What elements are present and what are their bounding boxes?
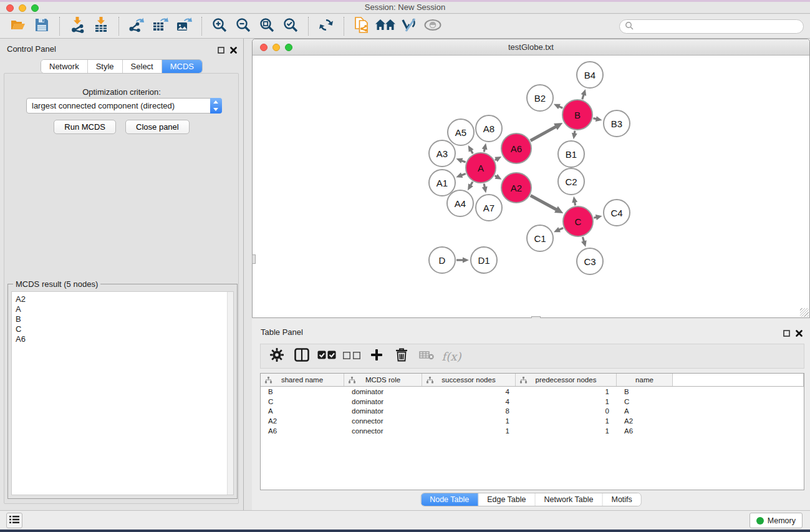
table-cell[interactable]: dominator	[344, 407, 422, 415]
import-table-button[interactable]	[89, 16, 113, 36]
export-table-button[interactable]	[148, 16, 172, 36]
zoom-fit-button[interactable]	[255, 16, 279, 36]
run-mcds-button[interactable]: Run MCDS	[54, 120, 116, 134]
search-input[interactable]	[637, 22, 803, 31]
column-header-successor-nodes[interactable]: successor nodes	[422, 374, 516, 386]
graph-node-A[interactable]: A	[465, 152, 496, 183]
table-row[interactable]: Adominator80A	[261, 407, 804, 417]
select-all-button[interactable]	[314, 346, 339, 367]
table-cell[interactable]: C	[617, 398, 673, 405]
memory-button[interactable]: Memory	[750, 513, 803, 528]
table-cell[interactable]: connector	[344, 427, 422, 435]
toggle-column-view-button[interactable]	[289, 346, 314, 367]
zoom-selected-button[interactable]	[279, 16, 302, 36]
tab-style[interactable]: Style	[88, 60, 123, 73]
export-network-button[interactable]	[125, 16, 148, 36]
graph-edge[interactable]	[531, 126, 557, 140]
graph-node-A8[interactable]: A8	[475, 115, 503, 142]
column-header-name[interactable]: name	[617, 374, 673, 386]
graph-node-C2[interactable]: C2	[557, 168, 585, 195]
column-header-shared-name[interactable]: shared name	[261, 374, 344, 386]
import-network-button[interactable]	[65, 16, 89, 36]
hide-graphics-details-button[interactable]	[397, 16, 421, 36]
table-cell[interactable]: A2	[261, 417, 344, 425]
table-cell[interactable]: B	[617, 388, 673, 395]
graph-node-B2[interactable]: B2	[526, 84, 554, 112]
node-table[interactable]: shared name MCDS role successor nodes pr…	[260, 373, 804, 490]
table-row[interactable]: Bdominator41B	[261, 387, 804, 397]
table-cell[interactable]: A2	[617, 417, 673, 425]
graph-node-B3[interactable]: B3	[603, 110, 630, 137]
graph-node-B1[interactable]: B1	[557, 140, 585, 168]
left-edge-grip[interactable]	[252, 254, 256, 264]
criterion-select[interactable]: largest connected component (directed)	[26, 98, 222, 114]
graph-node-A5[interactable]: A5	[447, 118, 475, 146]
table-cell[interactable]: 1	[516, 398, 617, 405]
zoom-out-button[interactable]	[231, 16, 255, 36]
tab-motifs[interactable]: Motifs	[602, 493, 640, 506]
delete-column-button[interactable]	[414, 346, 439, 367]
mcds-result-list[interactable]: A2ABCA6	[11, 291, 234, 495]
table-row[interactable]: A2connector11A2	[261, 416, 804, 426]
graph-node-A3[interactable]: A3	[428, 140, 456, 167]
close-panel-button[interactable]: Close panel	[125, 120, 190, 134]
float-panel-icon[interactable]	[218, 45, 224, 56]
graph-node-C4[interactable]: C4	[603, 199, 630, 226]
tab-node-table[interactable]: Node Table	[421, 493, 478, 506]
table-cell[interactable]: A6	[261, 427, 344, 435]
table-cell[interactable]: 0	[516, 407, 617, 415]
home-button[interactable]	[374, 16, 397, 36]
search-field[interactable]	[619, 19, 804, 34]
table-cell[interactable]: C	[261, 398, 344, 405]
graph-node-C3[interactable]: C3	[576, 248, 604, 275]
graph-node-A4[interactable]: A4	[446, 190, 474, 217]
table-cell[interactable]: 1	[422, 417, 516, 425]
table-body[interactable]: Bdominator41BCdominator41CAdominator80AA…	[261, 387, 804, 436]
table-cell[interactable]: dominator	[344, 398, 422, 405]
graph-node-D[interactable]: D	[428, 246, 456, 274]
zoom-in-button[interactable]	[208, 16, 231, 36]
network-canvas[interactable]: B4B2BB3B1A5A8A6A3AA1C2A4A7A2C4CC1C3DD1	[253, 56, 809, 317]
deselect-all-button[interactable]	[339, 346, 364, 367]
column-header-mcds-role[interactable]: MCDS role	[344, 374, 422, 386]
add-column-button[interactable]	[364, 346, 389, 367]
graph-edge[interactable]	[531, 195, 557, 210]
table-cell[interactable]: 4	[422, 398, 516, 405]
graph-node-A7[interactable]: A7	[475, 194, 503, 221]
table-cell[interactable]: A	[617, 407, 673, 415]
table-cell[interactable]: connector	[344, 417, 422, 425]
table-cell[interactable]: A6	[617, 427, 673, 435]
refresh-button[interactable]	[314, 16, 338, 36]
graph-node-C1[interactable]: C1	[526, 225, 554, 252]
table-cell[interactable]: 4	[422, 388, 516, 395]
close-panel-icon[interactable]	[230, 45, 237, 56]
delete-button[interactable]	[389, 346, 414, 367]
save-session-button[interactable]	[30, 16, 54, 36]
tab-select[interactable]: Select	[123, 60, 162, 73]
float-panel-icon[interactable]	[783, 328, 790, 339]
open-folder-button[interactable]	[6, 16, 30, 36]
table-cell[interactable]: B	[261, 388, 344, 395]
graph-node-B[interactable]: B	[562, 99, 593, 130]
network-window-titlebar[interactable]: testGlobe.txt	[253, 39, 809, 56]
mcds-result-item[interactable]: A6	[16, 334, 233, 344]
resize-corner-grip[interactable]	[800, 308, 809, 317]
graph-node-B4[interactable]: B4	[576, 61, 604, 89]
graph-node-A2[interactable]: A2	[501, 172, 532, 203]
table-cell[interactable]: 1	[516, 417, 617, 425]
mcds-result-item[interactable]: A2	[16, 294, 233, 304]
table-cell[interactable]: 1	[516, 427, 617, 435]
mcds-result-item[interactable]: C	[16, 324, 233, 334]
tab-network[interactable]: Network	[41, 60, 88, 73]
graph-node-C[interactable]: C	[562, 206, 594, 237]
tab-mcds[interactable]: MCDS	[162, 60, 202, 73]
mcds-result-item[interactable]: A	[16, 304, 233, 314]
export-image-button[interactable]	[172, 16, 196, 36]
table-cell[interactable]: 1	[516, 388, 617, 395]
close-panel-icon[interactable]	[796, 328, 803, 339]
graph-node-D1[interactable]: D1	[470, 246, 498, 274]
open-session-file-button[interactable]	[350, 16, 374, 36]
graph-node-A6[interactable]: A6	[501, 133, 532, 164]
table-row[interactable]: A6connector11A6	[261, 426, 804, 436]
table-cell[interactable]: 1	[422, 427, 516, 435]
